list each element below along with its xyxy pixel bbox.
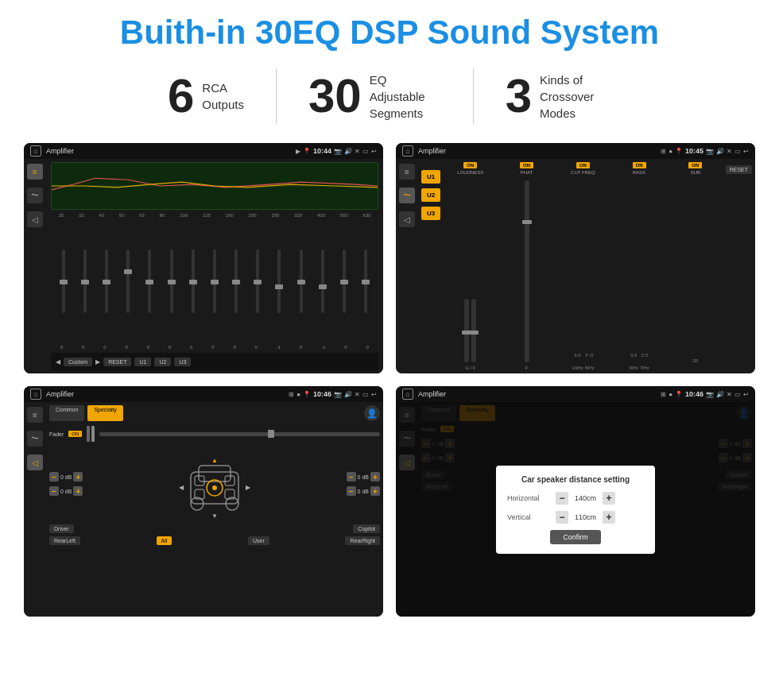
phat-on[interactable]: ON [520, 162, 533, 168]
speaker-icon-cross[interactable]: ◁ [399, 211, 415, 227]
sub-label: SUB [691, 170, 700, 175]
eq-slider-6[interactable] [170, 249, 173, 313]
next-btn[interactable]: ▶ [95, 358, 100, 365]
u2-crossover-btn[interactable]: U2 [421, 188, 440, 202]
eq-slider-8[interactable] [213, 249, 216, 313]
vertical-value: 110cm [572, 513, 599, 521]
svg-rect-2 [199, 466, 231, 481]
eq-slider-10[interactable] [256, 249, 259, 313]
eq-slider-15[interactable] [364, 249, 367, 313]
eq-slider-2[interactable] [83, 249, 87, 313]
loudness-on[interactable]: ON [463, 162, 477, 168]
minus-4[interactable]: − [347, 486, 356, 496]
home-icon-dist[interactable] [402, 389, 413, 400]
screen-body-eq: ≡ 〜 ◁ 25 32 40 [24, 159, 383, 373]
wave-icon-cross[interactable]: 〜 [399, 188, 415, 203]
home-icon-cross[interactable] [402, 145, 413, 157]
tab-specialty[interactable]: Specialty [87, 405, 122, 421]
stat-rca: 6 RCA Outputs [136, 72, 276, 120]
horizontal-minus[interactable]: − [556, 492, 568, 505]
horizontal-plus[interactable]: + [603, 492, 615, 505]
prev-btn[interactable]: ◀ [56, 358, 60, 365]
eq-slider-3[interactable] [105, 249, 108, 313]
speaker-icon-fader[interactable]: ◁ [27, 454, 43, 470]
person-icon[interactable]: 👤 [364, 405, 380, 421]
user-btn[interactable]: User [248, 536, 269, 545]
minus-3[interactable]: − [347, 472, 356, 481]
fader-row: Fader ON [49, 426, 380, 442]
status-title-eq: Amplifier [46, 147, 291, 155]
eq-slider-11[interactable] [277, 249, 281, 313]
vertical-minus[interactable]: − [556, 511, 568, 524]
status-icons-cross: ⊞ ● 📍 10:45 📷 🔊 ✕ ▭ ↩ [661, 147, 749, 155]
home-icon-eq[interactable] [30, 145, 41, 157]
tab-row: Common Specialty 👤 [49, 405, 380, 421]
all-btn[interactable]: All [157, 536, 172, 545]
reset-btn[interactable]: RESET [103, 358, 131, 366]
fader-track[interactable] [99, 432, 380, 436]
eq-slider-12[interactable] [300, 249, 303, 313]
eq-slider-1[interactable] [62, 249, 65, 313]
driver-btn[interactable]: Driver [49, 524, 74, 533]
camera-icon-fader: 📷 [334, 391, 342, 398]
confirm-button[interactable]: Confirm [550, 530, 601, 544]
u3-crossover-btn[interactable]: U3 [421, 207, 440, 220]
u2-btn[interactable]: U2 [154, 358, 171, 366]
cutfreq-on[interactable]: ON [576, 162, 590, 168]
plus-1[interactable]: + [73, 472, 83, 481]
minus-1[interactable]: − [49, 472, 59, 481]
bass-on[interactable]: ON [633, 162, 646, 168]
svg-text:◀: ◀ [179, 484, 184, 491]
rearright-btn[interactable]: RearRight [345, 536, 380, 545]
status-title-fader: Amplifier [46, 390, 284, 398]
custom-preset[interactable]: Custom [64, 358, 92, 366]
pin-icon-eq: 📍 [303, 148, 311, 155]
fader-on-badge[interactable]: ON [68, 431, 82, 437]
eq-slider-13[interactable] [321, 249, 324, 313]
dot-icon-d: ● [669, 391, 672, 398]
pin-icon-fader: 📍 [303, 391, 311, 398]
eq-icon-cross[interactable]: ≡ [399, 164, 415, 180]
loudness-slider-f[interactable] [471, 299, 476, 362]
horizontal-value: 140cm [572, 494, 599, 502]
plus-4[interactable]: + [370, 486, 380, 496]
horizontal-row: Horizontal − 140cm + [507, 492, 644, 505]
tab-common[interactable]: Common [49, 405, 84, 421]
home-icon-fader[interactable] [30, 389, 41, 400]
eq-icon[interactable]: ≡ [27, 164, 43, 180]
wave-icon-fader[interactable]: 〜 [27, 431, 43, 447]
u1-crossover-btn[interactable]: U1 [421, 170, 440, 184]
plus-2[interactable]: + [73, 486, 83, 496]
grid-icon: ⊞ [661, 148, 666, 155]
car-bottom-row-2: RearLeft All User RearRight [49, 536, 380, 545]
u1-btn[interactable]: U1 [134, 358, 151, 366]
eq-slider-5[interactable] [148, 249, 151, 313]
vol-icon-eq: 🔊 [344, 148, 352, 155]
rect-icon-eq: ▭ [362, 148, 369, 155]
u3-btn[interactable]: U3 [174, 358, 191, 366]
vol-icon-fader: 🔊 [344, 391, 352, 398]
eq-slider-9[interactable] [234, 249, 238, 313]
crossover-reset-btn[interactable]: RESET [726, 165, 752, 174]
minus-2[interactable]: − [49, 486, 59, 496]
stat-label-eq: EQ Adjustable Segments [370, 72, 441, 122]
copilot-btn[interactable]: Copilot [353, 524, 380, 533]
status-bar-eq: Amplifier ▶ 📍 10:44 📷 🔊 ✕ ▭ ↩ [24, 143, 383, 159]
sub-on[interactable]: ON [688, 162, 702, 168]
phat-slider[interactable] [525, 180, 529, 362]
back-icon-cross: ↩ [743, 148, 749, 155]
vertical-plus[interactable]: + [603, 511, 615, 524]
vertical-label: Vertical [507, 513, 551, 521]
horizontal-label: Horizontal [507, 494, 551, 502]
eq-slider-4[interactable] [126, 249, 130, 313]
plus-3[interactable]: + [370, 472, 380, 481]
rearleft-btn[interactable]: RearLeft [49, 536, 80, 545]
eq-slider-14[interactable] [343, 249, 346, 313]
eq-slider-7[interactable] [192, 249, 195, 313]
dot-icon-f: ● [296, 391, 300, 398]
speaker-icon[interactable]: ◁ [27, 211, 43, 227]
db-val-1: 0 dB [60, 474, 72, 480]
wave-icon[interactable]: 〜 [27, 188, 43, 203]
back-icon-eq: ↩ [371, 148, 377, 155]
eq-icon-fader[interactable]: ≡ [27, 407, 43, 423]
